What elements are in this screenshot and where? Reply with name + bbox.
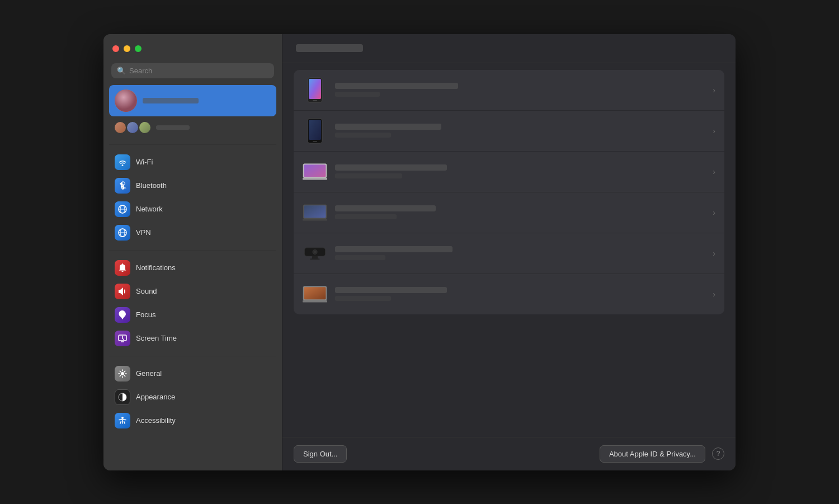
- family-avatar-3: [139, 122, 150, 133]
- sidebar-item-focus[interactable]: Focus: [109, 303, 276, 327]
- svg-rect-25: [312, 256, 318, 258]
- device-sub-1: [335, 92, 380, 97]
- sidebar-item-sound[interactable]: Sound: [109, 280, 276, 303]
- chevron-icon-2: ›: [713, 126, 715, 135]
- chevron-icon-5: ›: [713, 249, 715, 258]
- svg-rect-30: [304, 287, 326, 299]
- divider-3: [109, 356, 276, 356]
- device-row-4[interactable]: ›: [294, 192, 724, 233]
- sidebar-label-wifi: Wi-Fi: [136, 158, 153, 166]
- main-header: [282, 34, 736, 63]
- vpn-icon: [115, 225, 130, 241]
- general-icon: [115, 366, 130, 381]
- svg-rect-16: [309, 120, 321, 140]
- svg-rect-17: [313, 141, 317, 142]
- device-thumb-4: [303, 200, 327, 225]
- svg-point-9: [121, 372, 124, 375]
- sidebar-label-accessibility: Accessibility: [136, 416, 176, 425]
- device-info-2: [335, 124, 705, 138]
- avatar: [115, 90, 137, 112]
- device-sub-6: [335, 296, 391, 301]
- appearance-icon: [115, 389, 130, 405]
- family-avatar-2: [127, 122, 138, 133]
- svg-rect-31: [303, 300, 327, 302]
- svg-rect-20: [303, 178, 327, 180]
- sign-out-button[interactable]: Sign Out...: [294, 445, 347, 463]
- help-button[interactable]: ?: [712, 448, 724, 460]
- device-info-1: [335, 83, 705, 97]
- device-info-4: [335, 205, 705, 219]
- device-row-1[interactable]: ›: [294, 70, 724, 111]
- notifications-icon: [115, 260, 130, 276]
- titlebar: [103, 34, 282, 63]
- sidebar-item-notifications[interactable]: Notifications: [109, 256, 276, 280]
- family-avatars: [115, 122, 150, 133]
- svg-rect-19: [304, 164, 326, 177]
- sidebar-item-vpn[interactable]: VPN: [109, 221, 276, 244]
- main-content: ›: [282, 34, 736, 470]
- device-row-2[interactable]: ›: [294, 111, 724, 152]
- divider-1: [109, 144, 276, 145]
- device-name-2: [335, 124, 441, 130]
- sidebar-label-focus: Focus: [136, 310, 155, 319]
- svg-point-28: [313, 250, 316, 253]
- svg-point-11: [121, 417, 124, 419]
- chevron-icon-4: ›: [713, 208, 715, 217]
- close-button[interactable]: [112, 45, 119, 52]
- chevron-icon-3: ›: [713, 167, 715, 176]
- sidebar-item-wifi[interactable]: Wi-Fi: [109, 150, 276, 174]
- device-row-3[interactable]: ›: [294, 152, 724, 192]
- appearance-section: General Appearance Acces: [103, 360, 282, 435]
- device-name-3: [335, 164, 447, 171]
- wifi-icon: [115, 154, 130, 170]
- device-sub-4: [335, 214, 397, 219]
- chevron-icon-1: ›: [713, 86, 715, 95]
- minimize-button[interactable]: [124, 45, 130, 52]
- device-thumb-3: [303, 159, 327, 184]
- search-bar[interactable]: 🔍: [111, 63, 274, 78]
- device-row-5[interactable]: ›: [294, 233, 724, 274]
- sidebar-label-general: General: [136, 369, 162, 378]
- sidebar-label-appearance: Appearance: [136, 393, 175, 401]
- device-thumb-6: [303, 282, 327, 307]
- device-list: ›: [294, 70, 724, 314]
- svg-rect-14: [313, 100, 317, 101]
- sidebar-item-network[interactable]: Network: [109, 197, 276, 221]
- main-scroll-area[interactable]: ›: [282, 63, 736, 437]
- search-input[interactable]: [129, 67, 268, 75]
- sidebar-item-bluetooth[interactable]: ʙ Bluetooth: [109, 174, 276, 197]
- focus-icon: [115, 307, 130, 323]
- network-icon: [115, 201, 130, 217]
- device-row-6[interactable]: ›: [294, 274, 724, 314]
- bluetooth-icon: ʙ: [115, 178, 130, 194]
- sidebar-item-appearance[interactable]: Appearance: [109, 385, 276, 409]
- user-profile-item[interactable]: [109, 85, 276, 116]
- user-name: [143, 98, 199, 103]
- sidebar-label-screentime: Screen Time: [136, 334, 177, 342]
- svg-rect-13: [309, 79, 321, 99]
- sidebar: 🔍: [103, 34, 282, 470]
- device-info-6: [335, 287, 705, 301]
- device-name-1: [335, 83, 458, 89]
- sidebar-item-general[interactable]: General: [109, 362, 276, 385]
- family-item[interactable]: [109, 119, 276, 136]
- about-apple-id-button[interactable]: About Apple ID & Privacy...: [600, 445, 705, 463]
- sidebar-item-accessibility[interactable]: Accessibility: [109, 409, 276, 432]
- user-section: [103, 85, 282, 141]
- svg-rect-26: [310, 258, 320, 260]
- chevron-icon-6: ›: [713, 290, 715, 299]
- device-sub-3: [335, 173, 402, 178]
- family-label: [156, 125, 190, 130]
- sidebar-item-screentime[interactable]: Screen Time: [109, 327, 276, 350]
- sidebar-label-network: Network: [136, 205, 163, 213]
- maximize-button[interactable]: [135, 45, 142, 52]
- sound-icon: [115, 284, 130, 299]
- svg-rect-23: [303, 219, 327, 220]
- device-sub-5: [335, 255, 385, 260]
- device-name-4: [335, 205, 436, 211]
- network-section: Wi-Fi ʙ Bluetooth: [103, 148, 282, 247]
- sidebar-label-sound: Sound: [136, 287, 157, 295]
- svg-text:ʙ: ʙ: [120, 182, 124, 190]
- svg-rect-22: [304, 205, 326, 218]
- sidebar-label-bluetooth: Bluetooth: [136, 181, 167, 190]
